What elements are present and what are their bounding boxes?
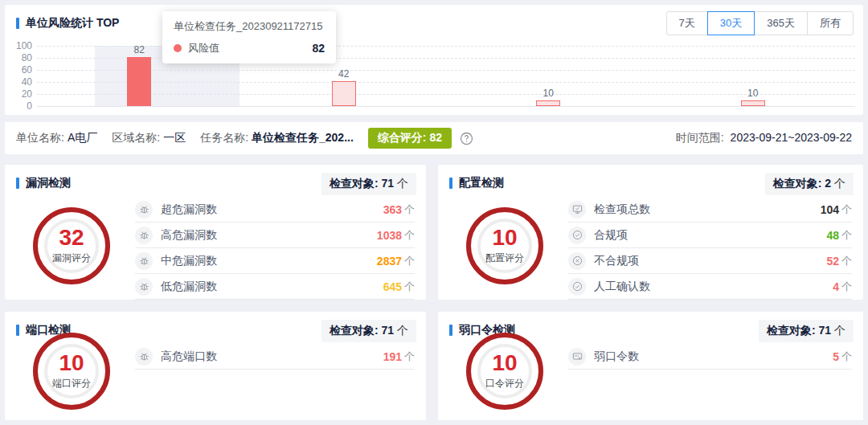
stat-value: 5: [833, 350, 839, 363]
stat-row: 检查项总数 104 个: [568, 197, 852, 223]
target-count-badge: 检查对象: 71 个: [321, 320, 416, 342]
stat-value: 48: [826, 229, 839, 242]
task-info-bar: 单位名称:A电厂区域名称:一区任务名称:单位检查任务_202... 综合评分: …: [5, 122, 863, 154]
panel-title-text: 漏洞检测: [26, 176, 71, 190]
score-gauge: 10 配置评分: [466, 207, 543, 284]
chart-tooltip: 单位检查任务_20230921172715 风险值 82: [162, 11, 336, 63]
range-button-3[interactable]: 365天: [754, 11, 808, 35]
panel-1: 漏洞检测 检查对象: 71 个 32 漏洞评分 超危漏洞数 363 个 高危漏洞…: [5, 165, 426, 300]
bar-value-label: 10: [532, 88, 564, 99]
bug-icon: [135, 348, 153, 366]
panel-title-text: 配置检测: [459, 176, 504, 190]
password-icon: [568, 348, 586, 366]
panel-3: 端口检测 检查对象: 71 个 10 端口评分 高危端口数 191 个: [5, 312, 426, 420]
stat-unit: 个: [404, 280, 415, 294]
score-badge-value: 82: [429, 131, 442, 144]
range-button-2[interactable]: 30天: [707, 11, 755, 35]
target-unit: 个: [834, 324, 845, 337]
stat-unit: 个: [841, 280, 852, 294]
score-gauge: 10 端口评分: [33, 333, 110, 410]
score-gauge: 32 漏洞评分: [33, 207, 110, 284]
overall-score-badge: 综合评分: 82: [368, 128, 452, 149]
y-axis-tick: 80: [5, 52, 32, 63]
chart-bar-3[interactable]: [536, 100, 560, 107]
target-count-badge: 检查对象: 71 个: [759, 320, 854, 342]
info-fields: 单位名称:A电厂区域名称:一区任务名称:单位检查任务_202...: [16, 131, 368, 145]
stat-value: 4: [833, 280, 839, 293]
target-unit: 个: [834, 177, 845, 190]
stat-unit: 个: [404, 228, 415, 243]
gridline-20: [37, 94, 855, 95]
stat-row: 不合规项 52 个: [568, 248, 852, 274]
stat-unit: 个: [841, 202, 852, 217]
score-gauge: 10 口令评分: [466, 333, 543, 410]
title-accent-bar: [16, 178, 19, 189]
panel-2: 配置检测 检查对象: 2 个 10 配置评分 检查项总数 104 个 合规项 4…: [438, 165, 863, 300]
monitor-check-icon: [568, 201, 586, 219]
time-range-label: 时间范围:: [676, 131, 724, 144]
range-button-4[interactable]: 所有: [807, 11, 854, 35]
y-axis-tick: 60: [5, 64, 32, 76]
bug-icon: [135, 201, 153, 219]
stat-rows: 弱口令数 5 个: [568, 344, 852, 370]
stat-value: 191: [383, 350, 402, 363]
score-badge-label: 综合评分:: [378, 131, 427, 144]
info-field-1: 单位名称:A电厂: [16, 131, 97, 145]
stat-rows: 检查项总数 104 个 合规项 48 个 不合规项 52 个 人工确认数 4 个: [568, 197, 852, 300]
time-range-value: 2023-09-21~2023-09-22: [731, 131, 852, 144]
stat-value: 645: [383, 280, 402, 293]
stat-label: 不合规项: [594, 254, 639, 268]
stat-row: 高危漏洞数 1038 个: [135, 223, 415, 248]
gridline-40: [37, 82, 855, 83]
y-axis-tick: 20: [5, 88, 32, 100]
stat-value: 2837: [377, 255, 402, 268]
info-field-value: A电厂: [68, 131, 97, 144]
target-count: 2: [825, 177, 831, 190]
gridline-60: [37, 70, 855, 71]
target-count: 71: [382, 324, 395, 337]
check-circle-icon: [568, 227, 586, 244]
stat-row: 弱口令数 5 个: [568, 344, 852, 370]
target-count: 71: [819, 324, 832, 337]
score-label: 配置评分: [485, 251, 524, 265]
stat-label: 高危端口数: [161, 349, 217, 364]
title-accent-bar: [449, 325, 452, 336]
score-label: 口令评分: [485, 377, 524, 390]
info-field-value: 一区: [163, 131, 186, 144]
y-axis-tick: 100: [5, 40, 32, 51]
bar-value-label: 42: [328, 68, 360, 80]
stat-label: 弱口令数: [594, 349, 639, 364]
stat-row: 人工确认数 4 个: [568, 274, 852, 300]
chart-bar-4[interactable]: [741, 100, 765, 107]
stat-label: 高危漏洞数: [161, 228, 217, 243]
info-field-label: 任务名称:: [200, 131, 248, 144]
info-field-value: 单位检查任务_202...: [252, 131, 354, 144]
stat-label: 合规项: [594, 228, 628, 243]
score-value: 10: [492, 352, 517, 374]
range-button-1[interactable]: 7天: [666, 11, 708, 35]
target-label: 检查对象:: [767, 324, 816, 337]
stat-value: 52: [826, 255, 839, 268]
stat-rows: 超危漏洞数 363 个 高危漏洞数 1038 个 中危漏洞数 2837 个 低危…: [135, 197, 415, 300]
risk-statistics-card: 单位风险统计 TOP 7天30天365天所有 10080604020082421…: [5, 5, 863, 115]
stat-unit: 个: [841, 228, 852, 243]
stat-unit: 个: [404, 349, 415, 364]
score-value: 32: [59, 227, 84, 249]
gridline-0: [37, 106, 855, 107]
help-icon[interactable]: [460, 132, 473, 145]
stat-label: 人工确认数: [594, 280, 650, 294]
info-field-label: 区域名称:: [112, 131, 160, 144]
panel-title: 漏洞检测: [16, 176, 71, 190]
gridline-80: [37, 58, 855, 59]
stat-row: 高危端口数 191 个: [135, 344, 415, 370]
stat-unit: 个: [841, 254, 852, 268]
chart-bar-2[interactable]: [332, 81, 356, 107]
panel-title: 配置检测: [449, 176, 504, 190]
bug-icon: [135, 227, 153, 244]
target-label: 检查对象:: [330, 324, 379, 337]
stat-row: 低危漏洞数 645 个: [135, 274, 415, 300]
tooltip-series-label: 风险值: [188, 41, 219, 55]
info-field-label: 单位名称:: [16, 131, 64, 144]
chart-bar-1[interactable]: [127, 57, 151, 107]
info-field-3: 任务名称:单位检查任务_202...: [200, 131, 354, 145]
